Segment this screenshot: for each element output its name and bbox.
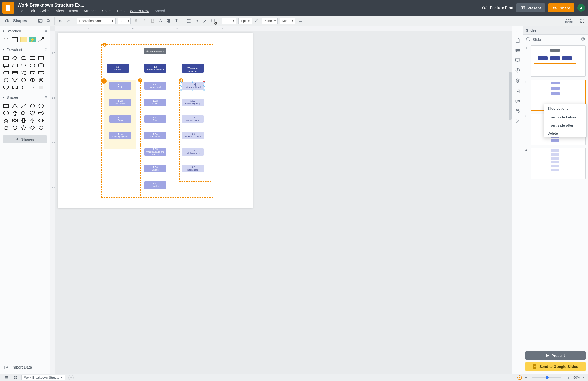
- wbs-node[interactable]: 1.3.4Radio/CD player: [182, 132, 204, 139]
- close-icon[interactable]: ×: [44, 47, 47, 52]
- close-icon[interactable]: ×: [44, 28, 47, 34]
- basic-shape[interactable]: [2, 117, 10, 124]
- magic-icon[interactable]: [515, 119, 520, 125]
- undo-icon[interactable]: [57, 18, 63, 24]
- add-page-button[interactable]: ＋: [68, 375, 74, 380]
- wbs-node[interactable]: 1.3.6Dashboard: [182, 165, 204, 172]
- wbs-node[interactable]: 1.1.2Upholstery: [109, 99, 131, 106]
- theme-icon[interactable]: [515, 88, 520, 95]
- flowchart-shape[interactable]: [37, 84, 45, 91]
- comment-icon[interactable]: "": [515, 48, 520, 54]
- align-icon[interactable]: [166, 18, 172, 24]
- flowchart-shape[interactable]: [2, 84, 10, 91]
- history-icon[interactable]: [515, 68, 520, 74]
- zoom-slider[interactable]: [532, 377, 561, 378]
- flowchart-shape[interactable]: [28, 55, 37, 61]
- shape-selection[interactable]: [181, 82, 204, 90]
- basic-shape[interactable]: [37, 110, 45, 117]
- underline-icon[interactable]: U: [149, 18, 155, 24]
- flowchart-shape[interactable]: [11, 84, 19, 91]
- flowchart-shape[interactable]: [37, 62, 45, 69]
- flowchart-shape[interactable]: = {: [28, 84, 37, 91]
- section-shapes[interactable]: ▼Shapes×: [0, 92, 50, 102]
- wbs-node[interactable]: 1.2.1Windshield: [144, 82, 167, 90]
- basic-shape[interactable]: [37, 102, 45, 109]
- menu-whatsnew[interactable]: What's New: [130, 9, 149, 13]
- flowchart-shape[interactable]: [11, 55, 19, 61]
- import-data-button[interactable]: Import Data: [0, 361, 50, 374]
- shape-bounds-icon[interactable]: [186, 18, 192, 24]
- menu-arrange[interactable]: Arrange: [84, 9, 97, 13]
- flowchart-shape[interactable]: [11, 62, 19, 69]
- flowchart-shape[interactable]: [11, 69, 19, 76]
- flowchart-shape[interactable]: [37, 77, 45, 83]
- basic-shape[interactable]: [11, 102, 19, 109]
- flowchart-shape[interactable]: [2, 77, 10, 83]
- share-button[interactable]: Share: [548, 3, 574, 12]
- wbs-node[interactable]: 1.1.3Trunk: [109, 115, 131, 123]
- basic-shape[interactable]: [28, 124, 37, 131]
- gear-icon[interactable]: [3, 18, 10, 24]
- chat-icon[interactable]: [515, 99, 520, 104]
- feature-find[interactable]: Feature Find: [482, 6, 513, 10]
- flowchart-shape[interactable]: [20, 62, 28, 69]
- grid-view-icon[interactable]: [12, 374, 19, 381]
- context-menu-item[interactable]: Insert slide before: [544, 113, 586, 121]
- zoom-value[interactable]: 50%: [573, 376, 580, 379]
- slide-thumb[interactable]: [531, 45, 586, 77]
- menu-insert[interactable]: Insert: [69, 9, 78, 13]
- fullscreen-icon[interactable]: [579, 18, 586, 24]
- page-icon[interactable]: [515, 38, 520, 44]
- basic-shape[interactable]: [28, 117, 37, 124]
- image-icon[interactable]: [37, 18, 43, 24]
- basic-shape[interactable]: [28, 102, 37, 109]
- flowchart-shape[interactable]: [37, 55, 45, 61]
- wbs-node[interactable]: 1.2.3Roof: [144, 115, 167, 123]
- line-path-icon[interactable]: [254, 18, 260, 24]
- basic-shape[interactable]: [20, 124, 28, 131]
- page[interactable]: 1 Car manufacturing 1.1Interior 1.2Body …: [58, 33, 253, 208]
- close-icon[interactable]: ×: [44, 94, 47, 100]
- doc-title[interactable]: Work Breakdown Structure Ex...: [18, 3, 165, 8]
- avatar[interactable]: J: [577, 4, 585, 12]
- layers-icon[interactable]: [515, 78, 520, 84]
- slide-item[interactable]: 1: [525, 45, 586, 77]
- context-menu-item[interactable]: Delete: [544, 129, 586, 137]
- present-slides-button[interactable]: ▶Present: [525, 351, 586, 360]
- wbs-node[interactable]: 1.3.2Exterior lighting: [182, 99, 204, 106]
- basic-shape[interactable]: [20, 117, 28, 124]
- gear-icon[interactable]: [581, 37, 585, 42]
- canvas-scrollbar[interactable]: [509, 33, 512, 372]
- flowchart-shape[interactable]: [2, 69, 10, 76]
- shape-options-icon[interactable]: ✓: [210, 18, 217, 24]
- flowchart-shape[interactable]: [28, 77, 37, 83]
- flowchart-shape[interactable]: [20, 55, 28, 61]
- swap-ends-icon[interactable]: [297, 18, 303, 24]
- arrow-shape[interactable]: [37, 36, 45, 43]
- record-icon[interactable]: [517, 375, 522, 380]
- rect-shape[interactable]: [11, 36, 19, 43]
- wbs-node[interactable]: 1.2.6Engine: [144, 165, 167, 172]
- more-button[interactable]: ••• MORE: [565, 18, 573, 24]
- flowchart-shape[interactable]: [20, 77, 28, 83]
- line-end-select[interactable]: None▾: [280, 18, 295, 24]
- wbs-node[interactable]: 1.3.5Cellphone ports: [182, 148, 204, 156]
- toolbar-shapes-label[interactable]: Shapes: [13, 19, 27, 23]
- data-link-icon[interactable]: [515, 109, 520, 115]
- menu-select[interactable]: Select: [41, 9, 51, 13]
- line-width-select[interactable]: 1 px▴▾: [238, 18, 252, 24]
- flowchart-shape[interactable]: }=: [20, 84, 28, 91]
- fill-icon[interactable]: [194, 18, 200, 24]
- add-shapes-button[interactable]: ＋Shapes: [3, 135, 47, 143]
- sticky-shape[interactable]: [20, 36, 28, 43]
- menu-help[interactable]: Help: [117, 9, 125, 13]
- list-view-icon[interactable]: [3, 374, 9, 381]
- wbs-node[interactable]: 1.1.1Seats: [109, 82, 131, 90]
- text-size-icon[interactable]: T▸: [174, 18, 180, 24]
- menu-edit[interactable]: Edit: [29, 9, 35, 13]
- basic-shape[interactable]: [11, 117, 19, 124]
- wbs-root[interactable]: Car manufacturing: [144, 48, 167, 55]
- wbs-node[interactable]: 1.1.4Steering system: [109, 132, 131, 139]
- flowchart-shape[interactable]: [28, 62, 37, 69]
- wbs-node[interactable]: 1.2.7Breaks: [144, 181, 167, 189]
